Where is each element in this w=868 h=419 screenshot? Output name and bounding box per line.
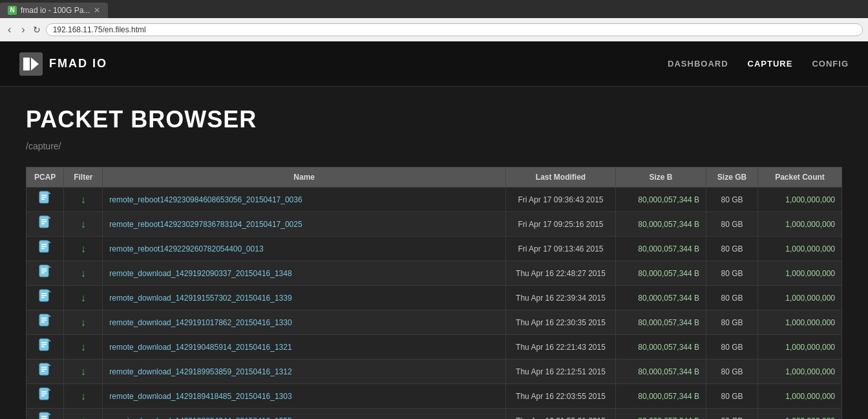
pcap-icon[interactable] [39,412,52,419]
filter-cell[interactable]: ↓ [64,237,103,261]
download-icon[interactable]: ↓ [76,291,90,305]
size-gb-cell: 80 GB [706,335,758,360]
nav-config[interactable]: CONFIG [812,56,849,71]
pcap-cell[interactable] [26,335,64,360]
col-header-packets: Packet Count [758,167,842,188]
size-b-cell: 80,000,057,344 B [616,212,706,237]
table-row: ↓remote_download_1429188884244_20150416_… [26,409,842,420]
table-body: ↓remote_reboot1429230984608653056_201504… [26,188,842,420]
pcap-cell[interactable] [26,310,64,335]
reload-button[interactable]: ↻ [33,25,41,35]
date-cell: Thu Apr 16 22:21:43 2015 [506,335,616,360]
pcap-cell[interactable] [26,360,64,384]
page-title: PACKET BROWSER [26,106,842,133]
download-icon[interactable]: ↓ [76,242,90,256]
date-cell: Thu Apr 16 22:30:35 2015 [506,310,616,335]
filter-cell[interactable]: ↓ [64,360,103,384]
table-row: ↓remote_download_1429189953859_20150416_… [26,360,842,384]
download-icon[interactable]: ↓ [76,193,90,207]
filename-cell[interactable]: remote_download_1429192090337_20150416_1… [103,261,506,286]
svg-marker-34 [48,339,51,341]
date-cell: Thu Apr 16 21:55:01 2015 [506,409,616,420]
download-icon[interactable]: ↓ [76,365,90,379]
nav-capture[interactable]: CAPTURE [748,56,793,71]
packet-count-cell: 1,000,000,000 [758,212,842,237]
logo-text: FMAD IO [49,57,107,70]
table-row: ↓remote_reboot1429230984608653056_201504… [26,188,842,212]
address-bar[interactable]: 192.168.11.75/en.files.html [46,23,863,36]
back-button[interactable]: ‹ [5,23,14,37]
size-b-cell: 80,000,057,344 B [616,310,706,335]
packet-count-cell: 1,000,000,000 [758,286,842,310]
pcap-cell[interactable] [26,237,64,261]
download-icon[interactable]: ↓ [76,316,90,330]
size-gb-cell: 80 GB [706,212,758,237]
pcap-cell[interactable] [26,384,64,409]
browser-nav-bar: ‹ › ↻ 192.168.11.75/en.files.html [0,18,868,41]
svg-marker-24 [48,290,51,292]
pcap-icon[interactable] [39,191,52,206]
pcap-cell[interactable] [26,409,64,420]
size-gb-cell: 80 GB [706,360,758,384]
svg-marker-49 [48,413,51,415]
filename-cell[interactable]: remote_download_1429189953859_20150416_1… [103,360,506,384]
logo-icon [19,52,43,76]
filter-cell[interactable]: ↓ [64,261,103,286]
filename-cell[interactable]: remote_reboot1429230297836783104_2015041… [103,212,506,237]
pcap-icon[interactable] [39,338,52,354]
pcap-icon[interactable] [39,363,52,378]
filter-cell[interactable]: ↓ [64,384,103,409]
packet-count-cell: 1,000,000,000 [758,261,842,286]
tab-close-button[interactable]: ✕ [94,6,100,15]
filename-cell[interactable]: remote_reboot1429230984608653056_2015041… [103,188,506,212]
size-b-cell: 80,000,057,344 B [616,188,706,212]
address-text: 192.168.11.75/en.files.html [53,25,146,34]
pcap-icon[interactable] [39,289,52,305]
svg-marker-1 [23,58,30,70]
date-cell: Thu Apr 16 22:12:51 2015 [506,360,616,384]
col-header-date: Last Modified [506,167,616,188]
filename-cell[interactable]: remote_download_1429188884244_20150416_1… [103,409,506,420]
filter-cell[interactable]: ↓ [64,310,103,335]
logo-area: FMAD IO [19,52,107,76]
pcap-icon[interactable] [39,387,52,403]
pcap-cell[interactable] [26,286,64,310]
filter-cell[interactable]: ↓ [64,188,103,212]
forward-button[interactable]: › [19,23,27,37]
pcap-cell[interactable] [26,212,64,237]
packet-count-cell: 1,000,000,000 [758,360,842,384]
browser-tab[interactable]: N fmad io - 100G Pa... ✕ [0,3,108,18]
download-icon[interactable]: ↓ [76,340,90,354]
main-content: PACKET BROWSER /capture/ PCAP Filter Nam… [0,87,868,419]
size-b-cell: 80,000,057,344 B [616,384,706,409]
table-row: ↓remote_reboot1429230297836783104_201504… [26,212,842,237]
size-b-cell: 80,000,057,344 B [616,237,706,261]
table-row: ↓remote_download_1429190485914_20150416_… [26,335,842,360]
download-icon[interactable]: ↓ [76,266,90,281]
filter-cell[interactable]: ↓ [64,335,103,360]
pcap-icon[interactable] [39,264,52,280]
breadcrumb: /capture/ [26,141,842,151]
filename-cell[interactable]: remote_download_1429190485914_20150416_1… [103,335,506,360]
svg-marker-29 [48,314,51,317]
download-icon[interactable]: ↓ [76,389,90,403]
filter-cell[interactable]: ↓ [64,286,103,310]
pcap-cell[interactable] [26,261,64,286]
download-icon[interactable]: ↓ [76,217,90,231]
packet-count-cell: 1,000,000,000 [758,310,842,335]
filter-cell[interactable]: ↓ [64,212,103,237]
filename-cell[interactable]: remote_download_1429189418485_20150416_1… [103,384,506,409]
filename-cell[interactable]: remote_reboot1429229260782054400_0013 [103,237,506,261]
pcap-cell[interactable] [26,188,64,212]
pcap-icon[interactable] [39,240,52,255]
filename-cell[interactable]: remote_download_1429191017862_20150416_1… [103,310,506,335]
pcap-icon[interactable] [39,314,52,329]
nav-dashboard[interactable]: DASHBOARD [668,56,728,71]
download-icon[interactable]: ↓ [76,414,90,420]
filter-cell[interactable]: ↓ [64,409,103,420]
table-row: ↓remote_download_1429191017862_20150416_… [26,310,842,335]
date-cell: Fri Apr 17 09:25:16 2015 [506,212,616,237]
filename-cell[interactable]: remote_download_1429191557302_20150416_1… [103,286,506,310]
pcap-icon[interactable] [39,215,52,231]
table-row: ↓remote_download_1429191557302_20150416_… [26,286,842,310]
